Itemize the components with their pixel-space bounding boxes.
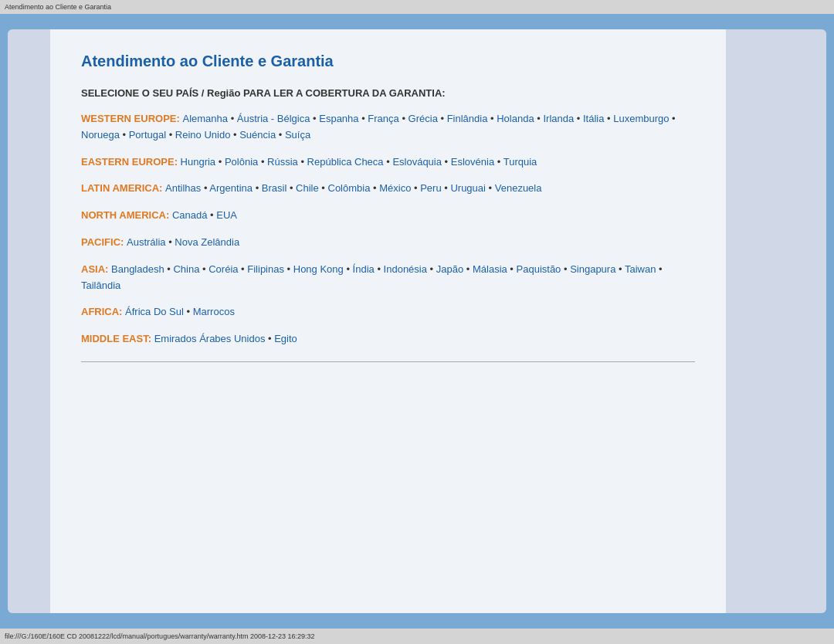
country-link[interactable]: Suéncia	[239, 129, 276, 141]
right-panel	[726, 29, 826, 613]
country-link[interactable]: Índia	[353, 263, 375, 275]
country-link[interactable]: Finlândia	[447, 113, 488, 124]
region-label-western-europe: WESTERN EUROPE:	[81, 113, 182, 124]
region-block-africa: AFRICA: África Do Sul • Marrocos	[81, 304, 695, 320]
country-link[interactable]: México	[379, 182, 411, 194]
country-link[interactable]: Espanha	[319, 113, 358, 124]
region-label-asia: ASIA:	[81, 263, 111, 275]
country-link[interactable]: Japão	[436, 263, 463, 275]
region-block-asia: ASIA: Bangladesh • China • Coréia • Fili…	[81, 262, 695, 294]
country-link[interactable]: Marrocos	[193, 306, 235, 317]
country-link[interactable]: Bangladesh	[111, 263, 164, 275]
regions-container: WESTERN EUROPE: Alemanha • Áustria - Bél…	[81, 111, 695, 347]
country-link[interactable]: Rússia	[267, 156, 298, 168]
country-link[interactable]: Hungria	[181, 156, 216, 168]
page-title: Atendimento ao Cliente e Garantia	[81, 53, 695, 70]
region-block-pacific: PACIFIC: Austrália • Nova Zelândia	[81, 235, 695, 251]
country-link[interactable]: África Do Sul	[125, 306, 184, 317]
region-label-middle-east: MIDDLE EAST:	[81, 333, 154, 344]
country-link[interactable]: Alemanha	[182, 113, 228, 124]
region-label-pacific: PACIFIC:	[81, 236, 127, 248]
content-area: Atendimento ao Cliente e Garantia SELECI…	[50, 29, 726, 613]
country-link[interactable]: Eslováquia	[392, 156, 442, 168]
country-link[interactable]: Antilhas	[165, 182, 201, 194]
country-link[interactable]: Paquistão	[517, 263, 561, 275]
region-block-latin-america: LATIN AMERICA: Antilhas • Argentina • Br…	[81, 181, 695, 197]
region-block-western-europe: WESTERN EUROPE: Alemanha • Áustria - Bél…	[81, 111, 695, 144]
browser-title-text: Atendimento ao Cliente e Garantia	[5, 3, 111, 11]
browser-title-bar: Atendimento ao Cliente e Garantia	[0, 0, 834, 14]
country-link[interactable]: Chile	[296, 182, 319, 194]
region-countries-africa[interactable]: África Do Sul • Marrocos	[125, 306, 235, 317]
region-countries-pacific[interactable]: Austrália • Nova Zelândia	[127, 236, 239, 248]
country-link[interactable]: Egito	[274, 333, 297, 344]
region-countries-north-america[interactable]: Canadá • EUA	[172, 209, 237, 221]
country-link[interactable]: França	[368, 113, 398, 124]
country-link[interactable]: Taiwan	[625, 263, 656, 275]
country-link[interactable]: Peru	[420, 182, 441, 194]
country-link[interactable]: Austrália	[127, 236, 166, 248]
country-link[interactable]: China	[173, 263, 199, 275]
outer-wrapper: Atendimento ao Cliente e Garantia SELECI…	[0, 14, 834, 629]
country-link[interactable]: Áustria - Bélgica	[237, 113, 310, 124]
region-countries-asia[interactable]: Bangladesh • China • Coréia • Filipinas …	[81, 263, 663, 291]
region-label-north-america: NORTH AMERICA:	[81, 209, 172, 221]
region-block-eastern-europe: EASTERN EUROPE: Hungria • Polônia • Rúss…	[81, 154, 695, 171]
country-link[interactable]: Argentina	[209, 182, 253, 194]
country-link[interactable]: Canadá	[172, 209, 208, 221]
country-link[interactable]: Holanda	[497, 113, 534, 124]
region-label-africa: AFRICA:	[81, 306, 125, 317]
country-link[interactable]: Luxemburgo	[613, 113, 669, 124]
country-link[interactable]: Itália	[583, 113, 604, 124]
country-link[interactable]: Noruega	[81, 129, 120, 141]
region-block-middle-east: MIDDLE EAST: Emirados Árabes Unidos • Eg…	[81, 331, 695, 347]
country-link[interactable]: Filipinas	[247, 263, 284, 275]
country-link[interactable]: Turquia	[503, 156, 537, 168]
country-link[interactable]: Polônia	[225, 156, 258, 168]
region-countries-eastern-europe[interactable]: Hungria • Polônia • Rússia • República C…	[181, 156, 537, 168]
country-link[interactable]: Tailândia	[81, 280, 120, 291]
country-link[interactable]: Brasil	[262, 182, 287, 194]
region-label-eastern-europe: EASTERN EUROPE:	[81, 156, 181, 168]
country-link[interactable]: República Checa	[307, 156, 384, 168]
region-block-north-america: NORTH AMERICA: Canadá • EUA	[81, 208, 695, 224]
country-link[interactable]: Emirados Árabes Unidos	[154, 333, 266, 344]
region-countries-latin-america[interactable]: Antilhas • Argentina • Brasil • Chile • …	[165, 182, 541, 194]
country-link[interactable]: Venezuela	[495, 182, 542, 194]
country-link[interactable]: Irlanda	[543, 113, 574, 124]
left-panel	[8, 29, 50, 613]
country-link[interactable]: Eslovénia	[451, 156, 494, 168]
country-link[interactable]: Colômbia	[328, 182, 371, 194]
country-link[interactable]: Portugal	[129, 129, 166, 141]
status-bar: file:///G:/160E/160E CD 20081222/lcd/man…	[0, 629, 834, 644]
divider	[81, 361, 695, 362]
region-label-latin-america: LATIN AMERICA:	[81, 182, 165, 194]
country-link[interactable]: Indonésia	[384, 263, 427, 275]
country-link[interactable]: EUA	[216, 209, 237, 221]
country-link[interactable]: Reino Unido	[175, 129, 231, 141]
country-link[interactable]: Hong Kong	[293, 263, 344, 275]
country-link[interactable]: Singapura	[570, 263, 615, 275]
country-link[interactable]: Coréia	[208, 263, 238, 275]
country-link[interactable]: Suíça	[285, 129, 310, 141]
country-link[interactable]: Málasia	[473, 263, 507, 275]
country-link[interactable]: Nova Zelândia	[175, 236, 239, 248]
country-link[interactable]: Grécia	[409, 113, 438, 124]
status-bar-text: file:///G:/160E/160E CD 20081222/lcd/man…	[5, 632, 315, 640]
subtitle: SELECIONE O SEU PAÍS / Região PARA LER A…	[81, 87, 695, 99]
country-link[interactable]: Uruguai	[450, 182, 486, 194]
center-panel: Atendimento ao Cliente e Garantia SELECI…	[50, 29, 726, 613]
region-countries-middle-east[interactable]: Emirados Árabes Unidos • Egito	[154, 333, 297, 344]
